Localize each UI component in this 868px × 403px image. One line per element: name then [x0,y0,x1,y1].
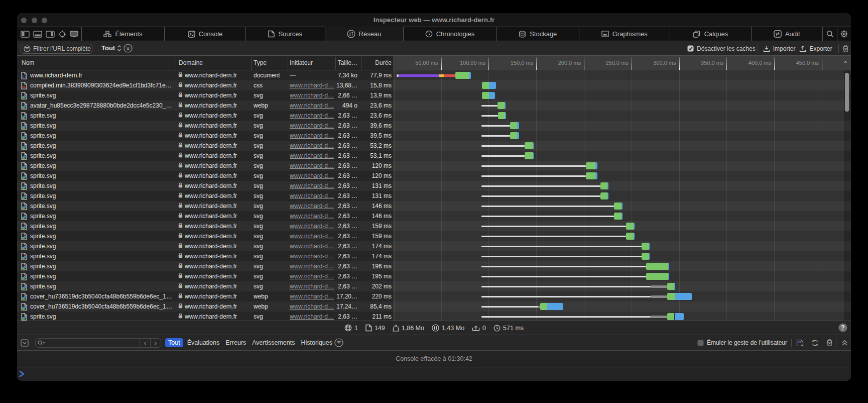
svg-text:JS: JS [798,341,801,344]
svg-text:?: ? [841,324,844,331]
svg-text:css: css [22,85,27,88]
